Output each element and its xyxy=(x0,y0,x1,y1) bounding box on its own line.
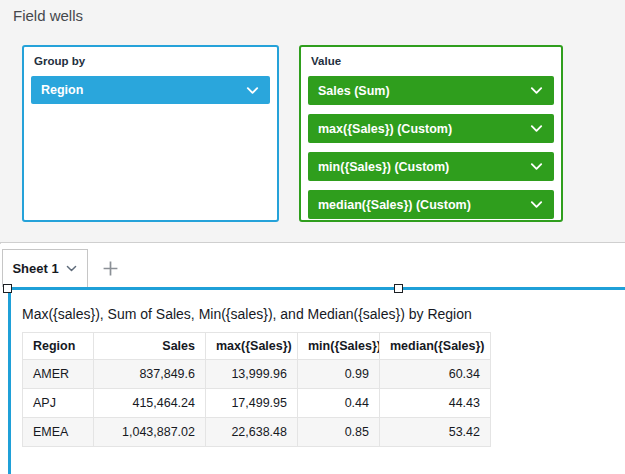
table-body: AMER 837,849.6 13,999.96 0.99 60.34 APJ … xyxy=(23,360,491,447)
field-pill-dimension[interactable]: Region xyxy=(31,76,270,104)
table-cell-max: 13,999.96 xyxy=(206,360,298,389)
table-row: EMEA 1,043,887.02 22,638.48 0.85 53.42 xyxy=(23,418,491,447)
group-by-pill-list: Region xyxy=(31,76,270,104)
table-header-cell: median({Sales}) xyxy=(380,333,491,360)
group-by-label: Group by xyxy=(34,55,270,67)
visual-selection-border-top xyxy=(8,287,625,290)
chevron-down-icon xyxy=(529,121,544,136)
sheet-tab-bar: Sheet 1 xyxy=(0,244,625,287)
table-header-cell: max({Sales}) xyxy=(206,333,298,360)
group-by-well: Group by Region xyxy=(22,45,279,222)
selection-resize-handle[interactable] xyxy=(3,284,12,293)
field-pill-label: Region xyxy=(41,83,83,97)
field-pill-label: min({Sales}) (Custom) xyxy=(318,160,449,174)
value-label: Value xyxy=(311,55,554,67)
field-wells-panel: Field wells Group by Region Value Sales … xyxy=(0,0,625,243)
table-cell-median: 44.43 xyxy=(380,389,491,418)
table-cell-median: 53.42 xyxy=(380,418,491,447)
visual-selection-border-left xyxy=(8,287,11,474)
field-pill-measure[interactable]: Sales (Sum) xyxy=(308,76,554,105)
plus-icon xyxy=(102,260,119,277)
chevron-down-icon xyxy=(529,159,544,174)
table-cell-region: AMER xyxy=(23,360,94,389)
table-cell-sales: 837,849.6 xyxy=(94,360,206,389)
table-cell-min: 0.85 xyxy=(298,418,380,447)
field-pill-label: Sales (Sum) xyxy=(318,84,390,98)
sheet-tab-active[interactable]: Sheet 1 xyxy=(2,249,88,287)
field-pill-measure[interactable]: max({Sales}) (Custom) xyxy=(308,114,554,143)
value-pill-list: Sales (Sum) max({Sales}) (Custom) min({S… xyxy=(308,76,554,219)
chevron-down-icon xyxy=(529,83,544,98)
table-cell-sales: 1,043,887.02 xyxy=(94,418,206,447)
value-well: Value Sales (Sum) max({Sales}) (Custom) … xyxy=(299,45,563,222)
field-wells-title: Field wells xyxy=(13,7,83,24)
table-cell-region: APJ xyxy=(23,389,94,418)
table-cell-max: 22,638.48 xyxy=(206,418,298,447)
field-pill-measure[interactable]: min({Sales}) (Custom) xyxy=(308,152,554,181)
table-header-cell: min({Sales}) xyxy=(298,333,380,360)
sheet-tab-label: Sheet 1 xyxy=(12,261,58,276)
chevron-down-icon xyxy=(245,83,260,98)
table-cell-min: 0.99 xyxy=(298,360,380,389)
table-cell-sales: 415,464.24 xyxy=(94,389,206,418)
field-pill-label: max({Sales}) (Custom) xyxy=(318,122,452,136)
chevron-down-icon[interactable] xyxy=(65,262,78,275)
table-cell-median: 60.34 xyxy=(380,360,491,389)
selection-resize-handle[interactable] xyxy=(394,284,403,293)
table-cell-max: 17,499.95 xyxy=(206,389,298,418)
data-table: RegionSalesmax({Sales})min({Sales})media… xyxy=(22,332,491,447)
add-sheet-button[interactable] xyxy=(96,254,124,282)
field-pill-measure[interactable]: median({Sales}) (Custom) xyxy=(308,190,554,219)
table-cell-min: 0.44 xyxy=(298,389,380,418)
sheet-canvas: Max({sales}), Sum of Sales, Min({sales})… xyxy=(0,287,625,474)
table-cell-region: EMEA xyxy=(23,418,94,447)
table-row: APJ 415,464.24 17,499.95 0.44 44.43 xyxy=(23,389,491,418)
field-pill-label: median({Sales}) (Custom) xyxy=(318,198,471,212)
table-header-cell: Sales xyxy=(94,333,206,360)
visual-title: Max({sales}), Sum of Sales, Min({sales})… xyxy=(22,306,472,322)
chevron-down-icon xyxy=(529,197,544,212)
table-header-cell: Region xyxy=(23,333,94,360)
table-row: AMER 837,849.6 13,999.96 0.99 60.34 xyxy=(23,360,491,389)
table-header-row: RegionSalesmax({Sales})min({Sales})media… xyxy=(23,333,491,360)
